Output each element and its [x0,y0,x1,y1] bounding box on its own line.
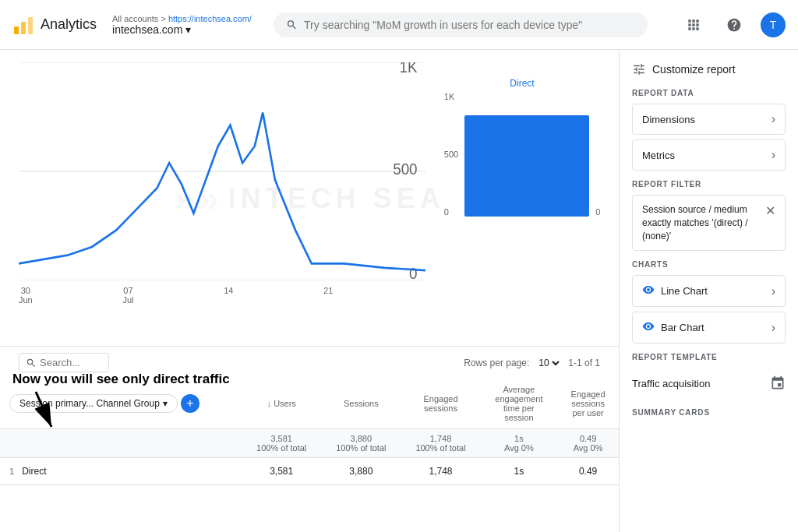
bar-y-mid: 500 [444,150,458,159]
apps-icon [686,17,701,33]
line-chart-option[interactable]: Line Chart › [632,275,786,307]
line-chart-chevron: › [772,284,775,298]
customize-title: Customize report [652,63,736,76]
col-users: ↓ ↓ UsersUsers [242,379,321,429]
table-search-input[interactable] [40,357,102,368]
rows-per-page-label: Rows per page: [464,358,529,368]
template-icon [770,375,786,391]
dimensions-chevron: › [772,112,775,126]
breadcrumb-link[interactable]: https://intechsea.com/ [168,14,252,23]
report-template-row: Traffic acquisition [632,368,786,399]
search-bar[interactable] [274,12,648,37]
chart-container: »» INTECH SEA 1K 500 0 [0,50,619,346]
pagination-info: 1-1 of 1 [568,358,600,368]
col-sessions: Sessions [321,379,401,429]
search-icon [286,19,298,31]
svg-rect-0 [14,26,19,34]
breadcrumb: All accounts > https://intechsea.com/ [112,14,252,23]
x-label-30jun: 30Jun [19,286,33,305]
report-data-label: REPORT DATA [632,89,786,97]
svg-text:0: 0 [409,266,417,280]
chart-grid: 1K 500 0 30Jun 07Jul [19,62,600,340]
search-input[interactable] [304,19,635,31]
row-users: 3,581 [242,458,321,485]
summary-cards-label: SUMMARY CARDS [632,408,786,417]
line-chart-svg: 1K 500 0 [19,62,425,280]
nav-icons: T [680,11,786,39]
eye-icon-bar [642,320,655,335]
metrics-chevron: › [772,148,775,162]
svg-text:1K: 1K [400,62,418,76]
annotation-text: Now you will see only direct traffic [12,371,230,388]
row-sessions: 3,880 [321,458,401,485]
search-small-icon [26,358,37,368]
metrics-row[interactable]: Metrics › [632,139,786,171]
eye-icon-line [642,284,655,298]
customize-icon [632,62,646,76]
bar-y-bot2: 0 [595,207,600,217]
line-chart-area: 1K 500 0 30Jun 07Jul [19,62,425,340]
filter-row: Session source / medium exactly matches … [632,195,786,251]
bar-chart-chevron: › [772,321,775,335]
col-avg-engagement: Averageengagementtime persession [481,379,558,429]
x-label-14: 14 [224,286,233,305]
bar-direct-label: Direct [510,78,534,89]
right-sidebar: Customize report REPORT DATA Dimensions … [619,50,798,532]
x-label-21: 21 [323,286,333,305]
account-selector[interactable]: intechsea.com ▾ [112,23,252,36]
annotation-arrow [12,388,75,435]
row-avg-engagement: 1s [481,458,558,485]
filter-close-button[interactable]: ✕ [765,203,775,218]
dimensions-row[interactable]: Dimensions › [632,104,786,135]
x-axis-labels: 30Jun 07Jul 14 21 [19,286,425,305]
bar-y-bot: 0 [444,207,458,217]
avatar[interactable]: T [761,12,786,37]
content-area: »» INTECH SEA 1K 500 0 [0,50,619,532]
bar-chart-option[interactable]: Bar Chart › [632,312,786,344]
rows-per-page: Rows per page: 10 25 50 1-1 of 1 [464,357,600,369]
analytics-title: Analytics [41,16,97,33]
svg-rect-1 [21,22,26,34]
col-engaged-per-user: Engagedsessionsper user [557,379,619,429]
x-label-07jul: 07Jul [122,286,133,305]
row-engaged-sessions: 1,748 [401,458,480,485]
report-filter-label: REPORT FILTER [632,180,786,188]
breadcrumb-area: All accounts > https://intechsea.com/ in… [112,14,252,36]
x-label-end [423,286,425,305]
help-icon [726,17,742,33]
annotation-wrapper: Now you will see only direct traffic [12,371,230,435]
help-icon-btn[interactable] [720,11,748,39]
main-layout: »» INTECH SEA 1K 500 0 [0,50,798,532]
report-template-section-label: REPORT TEMPLATE [632,353,786,361]
table-search[interactable] [19,353,109,372]
svg-line-10 [36,392,51,427]
chevron-down-icon: ▾ [185,23,191,36]
bar-chart-area: Direct 1K 500 0 0 [444,62,600,340]
col-engaged-sessions: Engagedsessions [401,379,480,429]
analytics-logo: Analytics [12,14,97,36]
row-engaged-per-user: 0.49 [557,458,619,485]
table-row[interactable]: 1 Direct 3,581 3,880 1,748 1s 0.49 [0,458,619,485]
apps-icon-btn[interactable] [680,11,708,39]
svg-text:500: 500 [393,161,417,178]
row-dimension-direct: Direct [22,466,46,477]
top-nav: Analytics All accounts > https://intechs… [0,0,798,50]
rows-per-page-select[interactable]: 10 25 50 [535,357,562,369]
analytics-logo-icon [12,14,34,36]
charts-label: CHARTS [632,260,786,269]
customize-header: Customize report [632,62,786,76]
bar-y-top: 1K [444,92,458,101]
bar-rect [464,115,589,217]
svg-rect-2 [28,17,33,34]
annotation-area: Session primary... Channel Group ▾ + ↓ ↓… [0,379,619,485]
